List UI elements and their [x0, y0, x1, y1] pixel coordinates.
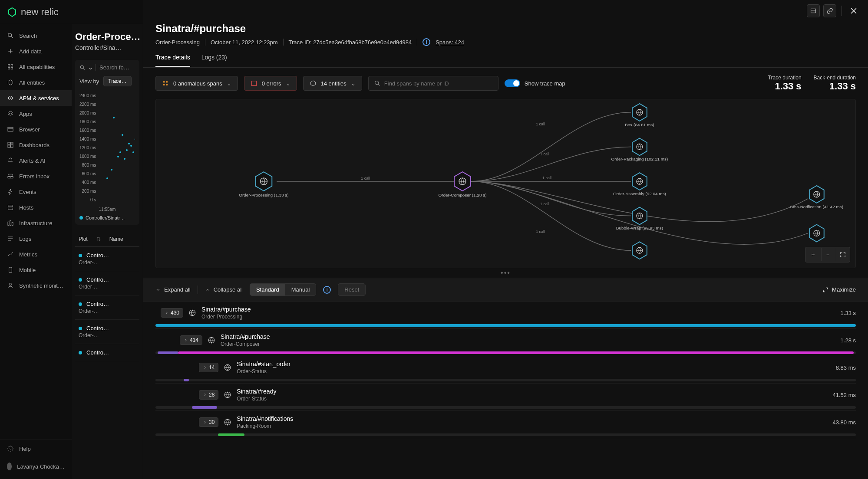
sidebar-item-dashboards[interactable]: Dashboards — [0, 137, 72, 153]
sidebar-item-all-capabilities[interactable]: All capabilities — [0, 59, 72, 75]
expand-all-button[interactable]: Expand all — [155, 286, 191, 293]
svg-text:Order-Packaging (102.11 ms): Order-Packaging (102.11 ms) — [611, 157, 668, 161]
sidebar-help[interactable]: ? Help — [0, 440, 72, 457]
sidebar-item-all-entities[interactable]: All entities — [0, 75, 72, 90]
sidebar-item-metrics[interactable]: Metrics — [0, 246, 72, 262]
close-icon — [849, 7, 858, 15]
span-row[interactable]: 414 Sinatra/#purchase Order-Composer 1.2… — [155, 329, 856, 356]
view-by-label: View by — [79, 78, 99, 85]
user-icon — [7, 282, 14, 289]
svg-text:1 call: 1 call — [540, 202, 549, 206]
span-row[interactable]: 430 Sinatra/#purchase Order-Processing 1… — [155, 302, 856, 329]
sidebar-user[interactable]: Lavanya Chocka… — [0, 457, 72, 476]
sidebar-item-apps[interactable]: Apps — [0, 106, 72, 121]
sidebar-item-apm[interactable]: APM & services — [0, 90, 72, 106]
spans-link[interactable]: Spans: 424 — [436, 39, 464, 46]
export-icon — [810, 7, 817, 14]
span-name: Sinatra/#purchase — [221, 333, 270, 340]
span-row[interactable]: 28 Sinatra/#ready Order-Status 41.52 ms — [155, 384, 856, 411]
chart-icon — [7, 251, 14, 258]
svg-point-25 — [9, 283, 11, 285]
span-row[interactable]: 14 Sinatra/#start_order Order-Status 8.8… — [155, 356, 856, 384]
sidebar-item-search[interactable]: Search — [0, 28, 72, 43]
mid-trace-row[interactable]: Contro…Order-… — [75, 247, 139, 271]
sidebar-item-errors[interactable]: Errors inbox — [0, 168, 72, 184]
seg-manual[interactable]: Manual — [285, 284, 316, 295]
sidebar-item-synthetic[interactable]: Synthetic monit… — [0, 278, 72, 293]
span-row[interactable]: 30 Sinatra/#notifications Packing-Room 4… — [155, 411, 856, 438]
sidebar-item-mobile[interactable]: Mobile — [0, 262, 72, 278]
info-icon[interactable]: i — [323, 286, 331, 294]
span-count-chip[interactable]: 30 — [199, 417, 218, 427]
svg-text:Order-Assembly (92.04 ms): Order-Assembly (92.04 ms) — [613, 191, 666, 196]
col-plot[interactable]: Plot — [79, 236, 88, 242]
sidebar-item-logs[interactable]: Logs — [0, 231, 72, 246]
span-search[interactable] — [368, 76, 498, 91]
error-icon — [251, 80, 257, 87]
svg-point-38 — [128, 143, 130, 144]
mid-trace-row[interactable]: Contro… — [75, 344, 139, 362]
info-icon[interactable]: i — [422, 38, 430, 46]
svg-line-29 — [83, 68, 85, 69]
status-dot-icon — [79, 302, 82, 306]
sidebar-item-infra[interactable]: Infrastructure — [0, 215, 72, 231]
collapse-all-button[interactable]: Collapse all — [205, 286, 243, 293]
span-search-input[interactable] — [384, 80, 493, 87]
svg-point-53 — [375, 81, 378, 85]
status-dot-icon — [79, 254, 82, 257]
mid-trace-row[interactable]: Contro…Order-… — [75, 295, 139, 320]
seg-standard[interactable]: Standard — [250, 284, 285, 295]
resize-handle[interactable]: ••• — [143, 268, 868, 278]
span-bar-track — [155, 379, 856, 381]
globe-icon — [224, 391, 231, 399]
map-fit[interactable] — [836, 248, 849, 261]
map-zoom-in[interactable]: ＋ — [806, 248, 819, 261]
entities-filter[interactable]: 14 entities ⌄ — [303, 76, 362, 91]
span-count-chip[interactable]: 430 — [161, 308, 183, 318]
mid-title: Order-Proce… — [75, 31, 139, 43]
trace-panel: Sinatra/#purchase Order-Processing Octob… — [143, 0, 868, 479]
svg-point-30 — [106, 177, 108, 179]
tab-logs[interactable]: Logs (23) — [201, 54, 227, 67]
bell-icon — [7, 157, 14, 164]
span-bar-track — [155, 351, 856, 354]
map-zoom-out[interactable]: － — [821, 248, 834, 261]
span-duration: 1.28 s — [841, 337, 856, 344]
span-bar-track — [155, 406, 856, 409]
trace-map[interactable]: 1 call 1 call 1 call 1 call 1 call 1 cal… — [155, 99, 856, 268]
mid-trace-row[interactable]: Contro…Order-… — [75, 271, 139, 295]
mid-trace-row[interactable]: Contro…Order-… — [75, 320, 139, 344]
permalink-button[interactable] — [823, 4, 836, 17]
anomalous-spans-filter[interactable]: 0 anomalous spans ⌄ — [155, 76, 238, 91]
close-button[interactable] — [847, 4, 860, 17]
globe-icon — [224, 364, 231, 371]
sidebar-item-hosts[interactable]: Hosts — [0, 200, 72, 215]
export-button[interactable] — [807, 4, 820, 17]
chevron-right-icon — [203, 365, 207, 370]
sidebar-item-add-data[interactable]: Add data — [0, 43, 72, 59]
span-count-chip[interactable]: 28 — [199, 390, 218, 400]
mid-search[interactable]: ⌄ Search fo… — [79, 64, 135, 71]
trace-map-toggle[interactable] — [505, 79, 520, 87]
span-count-chip[interactable]: 14 — [199, 363, 218, 372]
col-name[interactable]: Name — [109, 236, 123, 242]
maximize-button[interactable]: Maximize — [822, 286, 856, 293]
view-by-button[interactable]: Trace… — [103, 76, 131, 86]
span-count-chip[interactable]: 414 — [180, 335, 202, 345]
legend-label: Controller/Sinatr… — [86, 215, 125, 220]
svg-rect-44 — [811, 9, 816, 13]
svg-point-33 — [117, 156, 119, 157]
trace-title: Sinatra/#purchase — [155, 23, 856, 35]
reset-button[interactable]: Reset — [338, 283, 366, 296]
help-icon: ? — [7, 445, 14, 452]
trace-map-toggle-label: Show trace map — [525, 80, 565, 87]
sidebar-item-browser[interactable]: Browser — [0, 121, 72, 137]
tab-trace-details[interactable]: Trace details — [155, 54, 190, 67]
sidebar-item-alerts[interactable]: Alerts & AI — [0, 153, 72, 168]
errors-filter[interactable]: 0 errors ⌄ — [244, 76, 297, 91]
svg-point-32 — [113, 117, 115, 118]
trace-id-label: Trace ID: 27dc5ea3e64fba68b76e9e0b4ed949… — [289, 39, 412, 46]
span-duration: 43.80 ms — [833, 419, 856, 426]
sidebar-item-events[interactable]: Events — [0, 184, 72, 200]
bolt-icon — [7, 188, 14, 195]
